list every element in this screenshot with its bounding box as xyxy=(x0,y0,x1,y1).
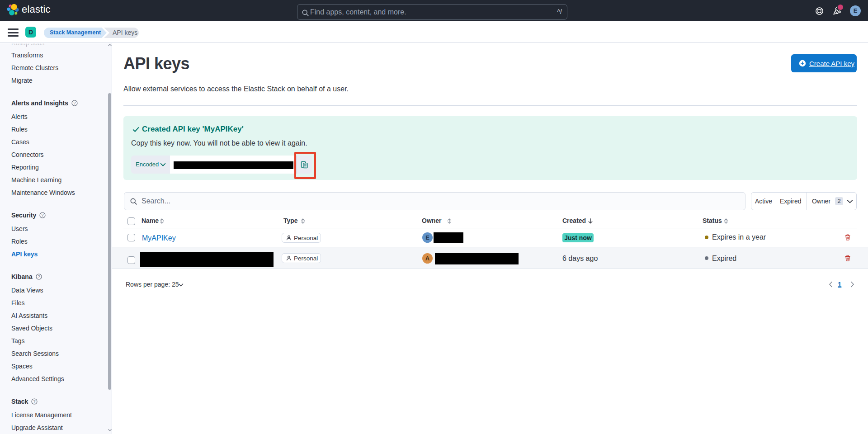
svg-text:?: ? xyxy=(42,213,44,217)
svg-text:?: ? xyxy=(33,399,36,404)
svg-text:?: ? xyxy=(38,274,40,279)
svg-text:?: ? xyxy=(74,101,76,105)
